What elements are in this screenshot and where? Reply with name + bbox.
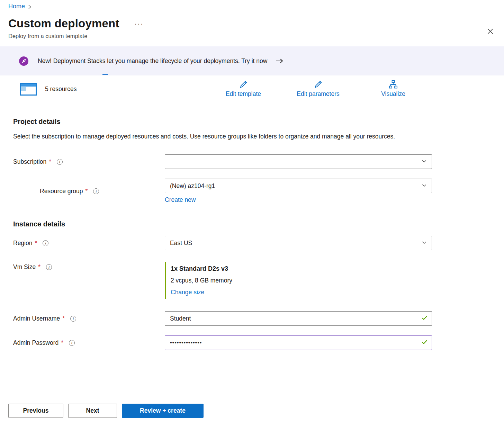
region-value: East US bbox=[170, 240, 192, 247]
resource-count: 5 resources bbox=[45, 86, 76, 93]
admin-password-row: Admin Password * i bbox=[13, 335, 496, 350]
region-row: Region * i East US bbox=[13, 236, 496, 250]
vm-size-title: 1x Standard D2s v3 bbox=[171, 263, 432, 275]
resource-group-dropdown[interactable]: (New) az104-rg1 bbox=[165, 179, 432, 193]
breadcrumb-chevron-icon bbox=[28, 5, 32, 9]
clipped-content-fragment bbox=[102, 74, 108, 75]
banner-message: New! Deployment Stacks let you manage th… bbox=[38, 57, 267, 65]
rocket-icon bbox=[19, 56, 28, 66]
vm-size-label: Vm Size bbox=[13, 263, 36, 271]
info-icon[interactable]: i bbox=[70, 316, 76, 322]
deployment-stacks-banner: New! Deployment Stacks let you manage th… bbox=[0, 46, 504, 75]
resource-group-value: (New) az104-rg1 bbox=[170, 182, 215, 190]
admin-username-row: Admin Username * i bbox=[13, 311, 496, 326]
vm-size-summary: 1x Standard D2s v3 2 vcpus, 8 GB memory … bbox=[165, 262, 432, 299]
close-icon[interactable] bbox=[486, 27, 495, 37]
chevron-down-icon bbox=[422, 182, 427, 190]
info-icon[interactable]: i bbox=[57, 159, 63, 165]
breadcrumb: Home bbox=[0, 0, 504, 10]
create-new-link[interactable]: Create new bbox=[165, 196, 196, 204]
chevron-down-icon bbox=[422, 158, 427, 165]
resource-group-row: Resource group * i (New) az104-rg1 Creat… bbox=[13, 179, 496, 204]
required-marker: * bbox=[49, 158, 51, 165]
info-icon[interactable]: i bbox=[43, 240, 48, 246]
visualize-icon bbox=[388, 80, 398, 89]
required-marker: * bbox=[38, 263, 40, 271]
page-header: Custom deployment ··· Deploy from a cust… bbox=[0, 10, 504, 39]
arrow-right-icon[interactable] bbox=[276, 59, 284, 63]
subscription-resource-group-connector bbox=[14, 170, 35, 191]
subscription-field-group: Subscription * i Resource group * i bbox=[13, 154, 496, 204]
template-action-bar: 5 resources Edit template Edit parameter… bbox=[0, 77, 504, 99]
page-subtitle: Deploy from a custom template bbox=[8, 33, 496, 39]
vm-size-specs: 2 vcpus, 8 GB memory bbox=[171, 275, 432, 286]
page-title: Custom deployment bbox=[8, 17, 119, 30]
info-icon[interactable]: i bbox=[93, 188, 99, 194]
previous-button[interactable]: Previous bbox=[8, 404, 63, 418]
edit-parameters-label: Edit parameters bbox=[297, 90, 340, 98]
next-button[interactable]: Next bbox=[68, 404, 117, 418]
resource-group-label: Resource group bbox=[40, 188, 83, 195]
info-icon[interactable]: i bbox=[69, 340, 75, 346]
admin-password-input[interactable] bbox=[165, 335, 432, 350]
info-icon[interactable]: i bbox=[46, 264, 52, 270]
edit-template-label: Edit template bbox=[226, 90, 261, 98]
required-marker: * bbox=[86, 188, 88, 195]
change-size-link[interactable]: Change size bbox=[171, 286, 204, 298]
pencil-icon bbox=[238, 80, 248, 89]
admin-username-label: Admin Username bbox=[13, 315, 60, 322]
required-marker: * bbox=[61, 339, 63, 347]
region-dropdown[interactable]: East US bbox=[165, 236, 432, 250]
region-label: Region bbox=[13, 240, 32, 247]
template-icon bbox=[20, 83, 37, 96]
subscription-label: Subscription bbox=[13, 158, 46, 165]
template-resource-info: 5 resources bbox=[20, 83, 76, 96]
required-marker: * bbox=[35, 240, 37, 247]
admin-username-input[interactable] bbox=[165, 311, 432, 326]
required-marker: * bbox=[62, 315, 65, 322]
subscription-row: Subscription * i bbox=[13, 154, 496, 169]
project-details-heading: Project details bbox=[13, 118, 496, 126]
edit-template-button[interactable]: Edit template bbox=[213, 80, 273, 98]
pencil-icon bbox=[313, 80, 323, 89]
footer-actions: Previous Next Review + create bbox=[8, 404, 204, 418]
admin-password-label: Admin Password bbox=[13, 339, 58, 347]
subscription-dropdown[interactable] bbox=[165, 154, 432, 169]
review-create-button[interactable]: Review + create bbox=[122, 404, 204, 418]
instance-details-heading: Instance details bbox=[13, 220, 496, 228]
breadcrumb-home-link[interactable]: Home bbox=[8, 3, 25, 10]
chevron-down-icon bbox=[422, 240, 427, 247]
more-options-icon[interactable]: ··· bbox=[135, 20, 144, 28]
vm-size-row: Vm Size * i 1x Standard D2s v3 2 vcpus, … bbox=[13, 262, 496, 299]
project-details-description: Select the subscription to manage deploy… bbox=[13, 131, 411, 142]
visualize-button[interactable]: Visualize bbox=[363, 80, 423, 98]
edit-parameters-button[interactable]: Edit parameters bbox=[288, 80, 348, 98]
visualize-label: Visualize bbox=[381, 90, 405, 98]
